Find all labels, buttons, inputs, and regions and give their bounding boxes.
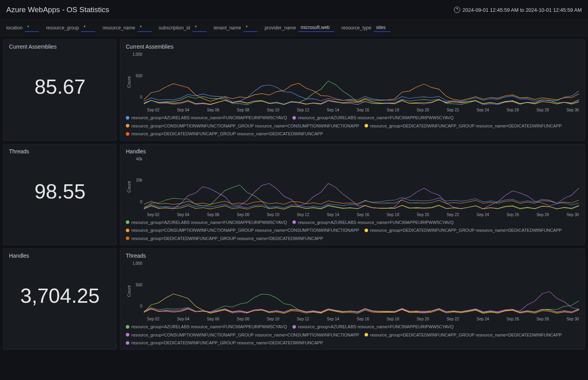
y-ticks: 1,0005000 bbox=[131, 52, 144, 99]
x-ticks: Sep 02Sep 04Sep 06Sep 08Sep 10Sep 12Sep … bbox=[147, 213, 579, 217]
legend-item[interactable]: resource_group=AZURELABS resource_name=F… bbox=[126, 219, 287, 226]
legend-item[interactable]: resource_group=DEDICATEDWINFUNCAPP_GROUP… bbox=[126, 340, 323, 346]
legend-item[interactable]: resource_group=DEDICATEDWINFUNCAPP_GROUP… bbox=[365, 332, 562, 338]
dashboard-header: Azure WebApps - OS Statistics 2024-09-01… bbox=[0, 0, 588, 20]
panel-handles-stat[interactable]: Handles 3,704.25 bbox=[3, 248, 117, 350]
legend-item[interactable]: resource_group=AZURELABS resource_name=F… bbox=[292, 219, 454, 226]
legend-swatch bbox=[126, 325, 129, 329]
legend-label: resource_group=AZURELABS resource_name=F… bbox=[298, 219, 454, 226]
chart-legend: resource_group=AZURELABS resource_name=F… bbox=[126, 219, 579, 242]
legend-swatch bbox=[365, 124, 368, 127]
y-ticks: 40k20k0 bbox=[131, 157, 144, 204]
panel-title: Handles bbox=[9, 253, 111, 259]
legend-label: resource_group=DEDICATEDWINFUNCAPP_GROUP… bbox=[370, 123, 562, 129]
time-picker[interactable]: 2024-09-01 12:45:59 AM to 2024-10-01 12:… bbox=[454, 7, 582, 13]
legend-label: resource_group=CONSUMPTIONWINFUNCTIONAPP… bbox=[131, 123, 359, 129]
legend-item[interactable]: resource_group=DEDICATEDWINFUNCAPP_GROUP… bbox=[126, 131, 323, 137]
legend-swatch bbox=[365, 333, 368, 336]
legend-swatch bbox=[126, 236, 129, 240]
filter-label: resource_name bbox=[102, 25, 135, 31]
line-chart bbox=[144, 52, 579, 107]
filter-value[interactable]: sites bbox=[374, 24, 390, 32]
filter-subscription_id[interactable]: subscription_id* bbox=[159, 24, 207, 32]
panel-title: Current Assemblies bbox=[9, 44, 111, 50]
filter-label: provider_name bbox=[265, 25, 296, 31]
legend-label: resource_group=DEDICATEDWINFUNCAPP_GROUP… bbox=[131, 340, 323, 346]
legend-label: resource_group=AZURELABS resource_name=F… bbox=[131, 324, 287, 330]
filter-value[interactable]: * bbox=[138, 24, 152, 32]
filter-provider_name[interactable]: provider_namemicrosoft.web bbox=[265, 24, 334, 32]
legend-swatch bbox=[126, 124, 129, 127]
stat-value: 3,704.25 bbox=[9, 261, 111, 330]
chart-legend: resource_group=AZURELABS resource_name=F… bbox=[126, 115, 579, 137]
legend-swatch bbox=[126, 229, 129, 232]
panel-current-assemblies-stat[interactable]: Current Assemblies 85.67 bbox=[3, 39, 117, 141]
x-ticks: Sep 02Sep 04Sep 06Sep 08Sep 10Sep 12Sep … bbox=[147, 108, 579, 112]
y-ticks: 1,0005000 bbox=[131, 261, 144, 308]
filter-label: tenant_name bbox=[214, 25, 241, 31]
legend-swatch bbox=[365, 229, 368, 232]
panel-current-assemblies-chart[interactable]: Current Assemblies Count 1,0005000 Sep 0… bbox=[120, 39, 585, 141]
filter-resource_name[interactable]: resource_name* bbox=[102, 24, 151, 32]
filter-value[interactable]: * bbox=[25, 24, 39, 32]
filter-value[interactable]: * bbox=[243, 24, 258, 32]
legend-label: resource_group=DEDICATEDWINFUNCAPP_GROUP… bbox=[370, 332, 562, 338]
filter-label: location bbox=[6, 25, 22, 31]
filter-resource_group[interactable]: resource_group* bbox=[46, 24, 95, 32]
panel-title: Threads bbox=[126, 253, 579, 259]
legend-item[interactable]: resource_group=AZURELABS resource_name=F… bbox=[126, 324, 287, 330]
legend-swatch bbox=[126, 341, 129, 345]
legend-item[interactable]: resource_group=DEDICATEDWINFUNCAPP_GROUP… bbox=[126, 235, 323, 242]
legend-label: resource_group=DEDICATEDWINFUNCAPP_GROUP… bbox=[131, 131, 323, 137]
page-title: Azure WebApps - OS Statistics bbox=[6, 5, 109, 14]
filter-label: resource_group bbox=[46, 25, 79, 31]
legend-label: resource_group=AZURELABS resource_name=F… bbox=[131, 219, 287, 226]
legend-label: resource_group=CONSUMPTIONWINFUNCTIONAPP… bbox=[131, 332, 359, 338]
filter-value[interactable]: * bbox=[81, 24, 95, 32]
legend-label: resource_group=DEDICATEDWINFUNCAPP_GROUP… bbox=[131, 235, 323, 242]
clock-icon bbox=[454, 7, 460, 13]
filter-label: subscription_id bbox=[159, 25, 190, 31]
filter-tenant_name[interactable]: tenant_name* bbox=[214, 24, 258, 32]
stat-value: 98.55 bbox=[9, 157, 111, 226]
legend-label: resource_group=AZURELABS resource_name=F… bbox=[298, 324, 454, 330]
legend-item[interactable]: resource_group=AZURELABS resource_name=F… bbox=[292, 324, 454, 330]
legend-item[interactable]: resource_group=AZURELABS resource_name=F… bbox=[292, 115, 454, 121]
y-axis-label: Count bbox=[126, 261, 131, 321]
legend-item[interactable]: resource_group=DEDICATEDWINFUNCAPP_GROUP… bbox=[365, 227, 562, 234]
legend-label: resource_group=AZURELABS resource_name=F… bbox=[298, 115, 454, 121]
legend-swatch bbox=[292, 220, 296, 224]
legend-item[interactable]: resource_group=AZURELABS resource_name=F… bbox=[126, 115, 287, 121]
panel-handles-chart[interactable]: Handles Count 40k20k0 Sep 02Sep 04Sep 06… bbox=[120, 144, 585, 245]
line-chart bbox=[144, 261, 579, 316]
legend-item[interactable]: resource_group=DEDICATEDWINFUNCAPP_GROUP… bbox=[365, 123, 562, 129]
y-axis-label: Count bbox=[126, 157, 131, 217]
legend-swatch bbox=[126, 132, 129, 136]
legend-label: resource_group=AZURELABS resource_name=F… bbox=[131, 115, 287, 121]
panel-title: Threads bbox=[9, 148, 111, 155]
legend-item[interactable]: resource_group=CONSUMPTIONWINFUNCTIONAPP… bbox=[126, 227, 359, 234]
filter-resource_type[interactable]: resource_typesites bbox=[341, 24, 390, 32]
line-chart bbox=[144, 157, 579, 212]
filter-location[interactable]: location* bbox=[6, 24, 39, 32]
panel-threads-stat[interactable]: Threads 98.55 bbox=[3, 144, 117, 245]
x-ticks: Sep 02Sep 04Sep 06Sep 08Sep 10Sep 12Sep … bbox=[147, 317, 579, 321]
legend-swatch bbox=[126, 333, 129, 336]
legend-swatch bbox=[126, 220, 129, 224]
legend-item[interactable]: resource_group=CONSUMPTIONWINFUNCTIONAPP… bbox=[126, 332, 359, 338]
legend-label: resource_group=CONSUMPTIONWINFUNCTIONAPP… bbox=[131, 227, 359, 234]
legend-item[interactable]: resource_group=CONSUMPTIONWINFUNCTIONAPP… bbox=[126, 123, 359, 129]
filter-value[interactable]: * bbox=[192, 24, 207, 32]
chart-legend: resource_group=AZURELABS resource_name=F… bbox=[126, 324, 579, 346]
legend-swatch bbox=[292, 116, 296, 120]
panel-title: Handles bbox=[126, 148, 579, 155]
legend-swatch bbox=[292, 325, 296, 329]
panel-threads-chart[interactable]: Threads Count 1,0005000 Sep 02Sep 04Sep … bbox=[120, 248, 585, 350]
stat-value: 85.67 bbox=[9, 52, 111, 121]
filter-label: resource_type bbox=[341, 25, 371, 31]
panel-title: Current Assemblies bbox=[126, 44, 579, 50]
legend-swatch bbox=[126, 116, 129, 120]
variable-bar: location*resource_group*resource_name*su… bbox=[0, 20, 588, 36]
filter-value[interactable]: microsoft.web bbox=[298, 24, 334, 32]
time-range-text: 2024-09-01 12:45:59 AM to 2024-10-01 12:… bbox=[463, 7, 582, 13]
